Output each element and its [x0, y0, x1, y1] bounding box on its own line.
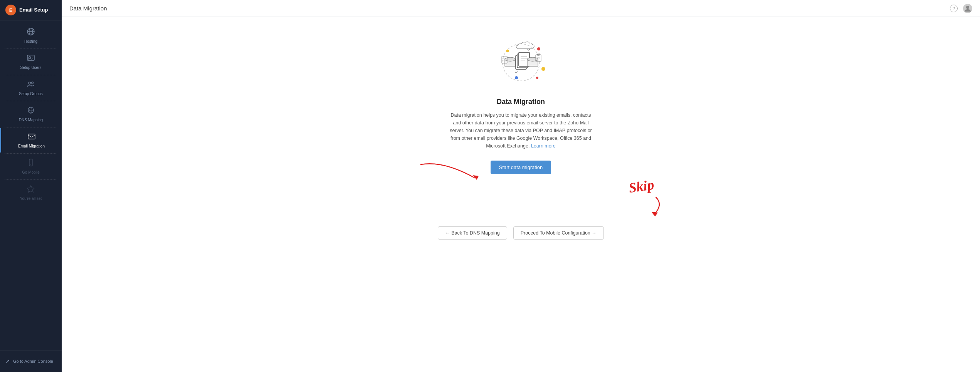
help-icon[interactable]: ? [950, 5, 958, 12]
setup-users-icon [27, 54, 35, 64]
go-mobile-icon [27, 158, 35, 169]
app-logo: E [5, 5, 16, 15]
sidebar-item-go-mobile: Go Mobile [0, 154, 62, 179]
arrow-annotation [413, 157, 490, 188]
svg-point-30 [537, 47, 540, 50]
setup-groups-icon [27, 80, 35, 90]
user-avatar[interactable] [963, 4, 972, 13]
sidebar-item-hosting[interactable]: Hosting [0, 23, 62, 48]
sidebar-item-allset-label: You're all set [20, 196, 42, 201]
svg-point-26 [527, 57, 538, 61]
svg-marker-37 [651, 212, 658, 216]
svg-marker-12 [27, 186, 34, 192]
svg-point-7 [29, 82, 31, 84]
sidebar-item-hosting-label: Hosting [24, 39, 37, 44]
sidebar-item-setup-users[interactable]: Setup Users [0, 50, 62, 74]
sidebar-item-all-set: You're all set [0, 181, 62, 205]
learn-more-link[interactable]: Learn more [531, 143, 556, 149]
main-area: Data Migration ? [62, 0, 980, 372]
svg-point-8 [32, 82, 34, 84]
topbar-icons: ? [950, 4, 972, 13]
go-to-admin-console[interactable]: ↗ Go to Admin Console [0, 354, 62, 368]
annotation-area: Start data migration Skip [69, 161, 972, 174]
svg-point-31 [515, 76, 518, 79]
sidebar-item-migration-label: Email Migration [18, 144, 45, 149]
app-title: Email Setup [19, 7, 48, 13]
migration-title: Data Migration [497, 98, 545, 106]
page-title: Data Migration [69, 5, 107, 12]
svg-point-11 [30, 164, 31, 165]
sidebar: E Email Setup Hosting [0, 0, 62, 372]
hosting-icon [27, 27, 35, 38]
start-migration-button[interactable]: Start data migration [491, 161, 551, 174]
sidebar-item-dns-label: DNS Mapping [19, 118, 43, 122]
sidebar-nav: Hosting Setup Users [0, 20, 62, 350]
svg-point-32 [541, 67, 545, 71]
sidebar-item-setup-groups[interactable]: Setup Groups [0, 76, 62, 100]
sidebar-item-users-label: Setup Users [20, 65, 41, 70]
bottom-nav: ← Back To DNS Mapping Proceed To Mobile … [438, 220, 604, 247]
svg-point-17 [505, 57, 516, 61]
email-migration-icon [27, 132, 36, 142]
skip-annotation: Skip [621, 168, 683, 218]
svg-text:Skip: Skip [627, 177, 655, 196]
svg-marker-35 [473, 175, 479, 180]
svg-point-4 [29, 57, 31, 59]
svg-point-33 [506, 50, 509, 52]
sidebar-item-email-migration[interactable]: Email Migration [0, 128, 62, 152]
sidebar-item-mobile-label: Go Mobile [22, 170, 40, 175]
svg-rect-9 [28, 134, 35, 139]
admin-console-label: Go to Admin Console [13, 359, 53, 364]
admin-console-icon: ↗ [5, 358, 10, 364]
all-set-icon [27, 184, 35, 195]
proceed-to-mobile-button[interactable]: Proceed To Mobile Configuration → [513, 226, 604, 240]
migration-illustration [486, 32, 556, 90]
content-area: Data Migration Data migration helps you … [62, 17, 980, 372]
sidebar-footer: ↗ Go to Admin Console [0, 350, 62, 372]
migration-description: Data migration helps you to migrate your… [450, 111, 592, 150]
topbar: Data Migration ? [62, 0, 980, 17]
sidebar-item-dns-mapping[interactable]: DNS Mapping [0, 102, 62, 126]
sidebar-item-groups-label: Setup Groups [19, 92, 43, 96]
svg-point-13 [966, 6, 969, 9]
svg-rect-3 [27, 55, 34, 60]
sidebar-header: E Email Setup [0, 0, 62, 20]
dns-mapping-icon [27, 106, 35, 116]
svg-point-34 [536, 77, 538, 79]
back-to-dns-button[interactable]: ← Back To DNS Mapping [438, 226, 507, 240]
